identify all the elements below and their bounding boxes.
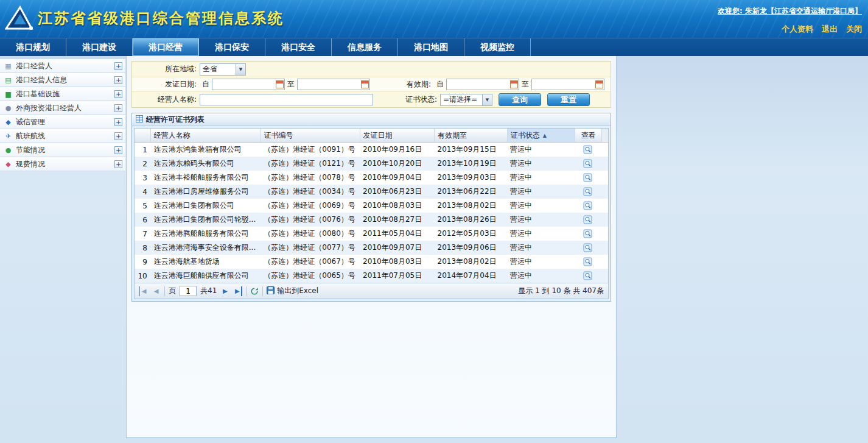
table-row: 4连云港港口房屋维修服务公司（苏连）港经证（0034）号2010年06月23日2… xyxy=(135,185,608,199)
nav-tab-7[interactable]: 港口地图 xyxy=(398,38,464,56)
expand-icon[interactable]: + xyxy=(114,76,122,84)
nav-tab-3[interactable]: 港口经营 xyxy=(133,38,199,56)
header-link-1[interactable]: 个人资料 xyxy=(782,24,813,35)
sidebar-item-4[interactable]: ●外商投资港口经营人+ xyxy=(0,101,125,115)
filter-row-region: 所在地域: 全省 ▼ xyxy=(132,62,611,77)
sort-asc-icon: ▲ xyxy=(543,133,547,138)
calendar-icon[interactable] xyxy=(510,80,518,88)
export-excel-button[interactable]: 输出到Excel xyxy=(267,286,318,296)
table-row: 9连云港海航基地货场（苏连）港经证（0067）号2010年08月03日2013年… xyxy=(135,255,608,269)
valid-until-cell: 2012年05月03日 xyxy=(435,227,507,241)
reset-button[interactable]: 重置 xyxy=(547,93,590,106)
certificate-grid-panel: 经营许可证书列表 经营人名称证书编号发证日期有效期至证书状态▲查看 1连云港东鸿… xyxy=(131,113,611,302)
column-header-3[interactable]: 发证日期 xyxy=(360,129,435,142)
issue-date-from-input[interactable] xyxy=(212,79,285,90)
calendar-icon[interactable] xyxy=(361,80,369,88)
total-pages: 共41 xyxy=(200,286,217,296)
page-input[interactable] xyxy=(180,286,197,296)
sidebar-item-1[interactable]: ▦港口经营人+ xyxy=(0,59,125,73)
view-icon[interactable] xyxy=(583,271,592,280)
view-icon[interactable] xyxy=(583,201,592,210)
view-icon[interactable] xyxy=(583,257,592,266)
expand-icon[interactable]: + xyxy=(114,104,122,112)
expand-icon[interactable]: + xyxy=(114,90,122,98)
sidebar-item-2[interactable]: ▤港口经营人信息+ xyxy=(0,73,125,87)
nav-tab-4[interactable]: 港口保安 xyxy=(199,38,265,56)
sidebar-item-6[interactable]: ✈航班航线+ xyxy=(0,129,125,143)
nav-tab-2[interactable]: 港口建设 xyxy=(66,38,133,56)
expand-icon[interactable]: + xyxy=(114,132,122,140)
row-filler xyxy=(601,143,608,157)
header-link-2[interactable]: 退出 xyxy=(822,24,838,35)
column-header-2[interactable]: 证书编号 xyxy=(261,129,360,142)
column-header-1[interactable]: 经营人名称 xyxy=(151,129,261,142)
row-filler xyxy=(601,185,608,199)
cert-status-select[interactable]: =请选择= ▼ xyxy=(440,94,492,106)
export-excel-label: 输出到Excel xyxy=(277,286,318,296)
calendar-icon[interactable] xyxy=(276,80,284,88)
view-icon[interactable] xyxy=(583,173,592,182)
view-cell xyxy=(575,255,601,269)
header-user-area: 欢迎您: 朱新龙【江苏省交通运输厅港口局】 个人资料退出关闭 xyxy=(718,6,862,35)
nav-tab-8[interactable]: 视频监控 xyxy=(464,38,531,56)
view-cell xyxy=(575,227,601,241)
expand-icon[interactable]: + xyxy=(114,160,122,168)
validity-to-input[interactable] xyxy=(531,79,604,90)
header-link-3[interactable]: 关闭 xyxy=(846,24,862,35)
issue-date-cell: 2010年09月07日 xyxy=(360,241,434,255)
table-icon xyxy=(136,115,143,124)
expand-icon[interactable]: + xyxy=(114,118,122,126)
valid-until-cell: 2013年08月02日 xyxy=(435,255,507,269)
sidebar-item-7[interactable]: ●节能情况+ xyxy=(0,143,125,157)
table-row: 2连云港东粮码头有限公司（苏连）港经证（0121）号2010年10月20日201… xyxy=(135,157,608,171)
column-header-5[interactable]: 证书状态▲ xyxy=(508,129,576,142)
validity-from xyxy=(446,79,519,90)
valid-until-cell: 2013年09月06日 xyxy=(435,241,507,255)
issue-date-to-input[interactable] xyxy=(297,79,370,90)
region-label: 所在地域: xyxy=(135,64,197,74)
last-page-button[interactable]: ▶ xyxy=(233,286,242,296)
nav-tab-6[interactable]: 信息服务 xyxy=(332,38,398,56)
operator-name-input[interactable] xyxy=(200,94,373,105)
status-cell: 营运中 xyxy=(507,227,575,241)
nav-tab-1[interactable]: 港口规划 xyxy=(0,38,66,56)
app-header: 江苏省省级港口综合管理信息系统 欢迎您: 朱新龙【江苏省交通运输厅港口局】 个人… xyxy=(0,0,868,38)
chevron-down-icon: ▼ xyxy=(482,94,492,105)
view-icon[interactable] xyxy=(583,215,592,224)
first-page-button[interactable]: ◀ xyxy=(139,286,148,296)
refresh-icon[interactable] xyxy=(250,287,259,296)
row-filler xyxy=(601,269,608,283)
view-icon[interactable] xyxy=(583,243,592,252)
rownum-cell: 2 xyxy=(135,157,151,171)
expand-icon[interactable]: + xyxy=(114,62,122,70)
prev-page-button[interactable]: ◀ xyxy=(152,286,161,296)
to-label: 至 xyxy=(287,79,295,90)
status-cell: 营运中 xyxy=(507,213,575,227)
view-icon[interactable] xyxy=(583,229,592,238)
status-group: 证书状态: =请选择= ▼ 查询 重置 xyxy=(393,93,608,106)
divider xyxy=(246,286,247,296)
expand-icon[interactable]: + xyxy=(114,146,122,154)
column-header-6[interactable]: 查看 xyxy=(575,129,602,142)
sidebar-item-8[interactable]: ◆规费情况+ xyxy=(0,157,125,171)
region-select[interactable]: 全省 ▼ xyxy=(200,63,246,76)
validity-from-input[interactable] xyxy=(446,79,519,90)
sidebar-item-3[interactable]: ▆港口基础设施+ xyxy=(0,87,125,101)
sidebar-item-5[interactable]: ◆诚信管理+ xyxy=(0,115,125,129)
calendar-icon[interactable] xyxy=(595,80,603,88)
filter-panel: 所在地域: 全省 ▼ 发证日期: 自 至 xyxy=(131,61,611,108)
query-button[interactable]: 查询 xyxy=(499,93,541,106)
content-area: ▦港口经营人+▤港口经营人信息+▆港口基础设施+●外商投资港口经营人+◆诚信管理… xyxy=(0,56,868,443)
view-cell xyxy=(575,143,601,157)
column-label: 查看 xyxy=(581,130,596,141)
nav-tab-5[interactable]: 港口安全 xyxy=(265,38,332,56)
plane-icon: ✈ xyxy=(4,132,13,140)
status-cell: 营运中 xyxy=(507,157,575,171)
view-icon[interactable] xyxy=(583,145,592,154)
view-icon[interactable] xyxy=(583,187,592,196)
column-header-4[interactable]: 有效期至 xyxy=(435,129,508,142)
next-page-button[interactable]: ▶ xyxy=(220,286,229,296)
view-icon[interactable] xyxy=(583,159,592,168)
status-cell: 营运中 xyxy=(507,241,575,255)
operator-name-cell: 连云港港口集团有限公司 xyxy=(151,199,261,213)
